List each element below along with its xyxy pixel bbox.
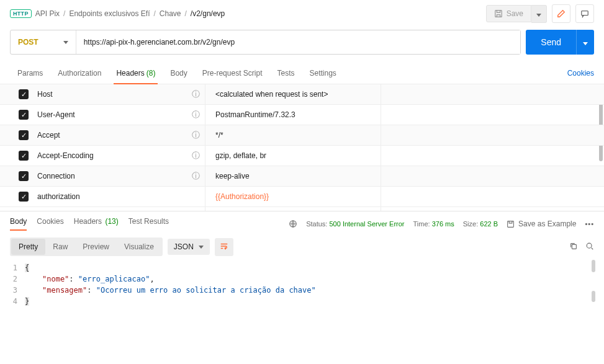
format-select[interactable]: JSON (168, 239, 210, 255)
view-preview-button[interactable]: Preview (75, 239, 117, 255)
url-bar: POST Send (0, 27, 604, 62)
tab-body[interactable]: Body (163, 62, 194, 84)
breadcrumb-separator: / (63, 9, 65, 18)
chevron-down-icon (63, 41, 68, 44)
header-description[interactable] (381, 125, 594, 145)
header-value[interactable]: */* (215, 131, 223, 140)
header-key[interactable]: Host (37, 90, 53, 99)
svg-rect-3 (508, 221, 514, 227)
url-input[interactable] (76, 30, 521, 54)
info-icon[interactable]: ⓘ (192, 150, 200, 161)
globe-icon[interactable] (289, 220, 297, 228)
response-tab-testresults[interactable]: Test Results (128, 217, 169, 231)
search-icon (585, 242, 594, 251)
breadcrumb-current: /v2/gn/evp (191, 9, 225, 18)
http-badge: HTTP (10, 9, 32, 18)
header-key[interactable]: User-Agent (37, 110, 75, 119)
body-scrollbar[interactable] (592, 260, 595, 272)
save-button[interactable]: Save (486, 5, 531, 22)
method-select[interactable]: POST (11, 30, 76, 54)
checkbox[interactable]: ✓ (19, 192, 29, 202)
view-controls: Pretty Raw Preview Visualize JSON (0, 234, 604, 260)
checkbox[interactable]: ✓ (19, 89, 29, 99)
breadcrumb-separator: / (153, 9, 155, 18)
json-line: 3 "mensagem": "Ocorreu um erro ao solici… (10, 285, 604, 296)
comment-button[interactable] (575, 4, 594, 23)
more-button[interactable]: ••• (585, 220, 594, 228)
checkbox[interactable]: ✓ (19, 171, 29, 181)
send-caret-button[interactable] (576, 30, 594, 55)
response-tab-headers-count: (13) (105, 217, 118, 226)
breadcrumb: HTTP API Pix / Endpoints exclusivos Efí … (10, 9, 225, 18)
view-raw-button[interactable]: Raw (45, 239, 75, 255)
top-bar: HTTP API Pix / Endpoints exclusivos Efí … (0, 0, 604, 27)
info-icon[interactable]: ⓘ (192, 89, 200, 100)
response-tab-cookies[interactable]: Cookies (37, 217, 63, 231)
header-value[interactable]: <calculated when request is sent> (215, 90, 328, 99)
header-value[interactable]: PostmanRuntime/7.32.3 (215, 110, 295, 119)
response-tab-headers-label: Headers (74, 217, 102, 226)
checkbox[interactable]: ✓ (19, 151, 29, 161)
header-description[interactable] (381, 166, 594, 186)
line-number: 1 (10, 262, 25, 273)
header-value[interactable]: keep-alive (215, 172, 250, 180)
line-number: 4 (10, 296, 25, 307)
tab-settings[interactable]: Settings (302, 62, 344, 84)
svg-rect-0 (495, 11, 502, 17)
comment-icon (580, 9, 589, 18)
save-caret-button[interactable] (531, 5, 547, 23)
header-key[interactable]: Accept-Encoding (37, 151, 94, 160)
body-scrollbar[interactable] (592, 291, 595, 302)
header-value[interactable]: {{Authorization}} (215, 192, 269, 201)
info-icon[interactable]: ⓘ (192, 130, 200, 141)
svg-rect-1 (582, 11, 588, 16)
header-description[interactable] (381, 146, 594, 166)
tab-headers[interactable]: Headers (8) (109, 62, 163, 84)
copy-button[interactable] (569, 242, 578, 252)
header-key[interactable]: Accept (37, 131, 60, 140)
view-pretty-button[interactable]: Pretty (11, 239, 45, 255)
info-icon[interactable]: ⓘ (192, 171, 200, 182)
pencil-icon (557, 9, 566, 18)
method-label: POST (18, 38, 38, 47)
cookies-link[interactable]: Cookies (567, 69, 594, 78)
line-number: 2 (10, 273, 25, 285)
tab-authorization[interactable]: Authorization (50, 62, 109, 84)
json-line: 2 "nome": "erro_aplicacao", (10, 273, 604, 285)
tab-params[interactable]: Params (10, 62, 50, 84)
header-description[interactable] (381, 105, 594, 125)
breadcrumb-item[interactable]: Chave (160, 9, 181, 18)
search-button[interactable] (585, 242, 594, 252)
chevron-down-icon (583, 42, 588, 45)
header-row: ✓ Connectionⓘ keep-alive (0, 166, 604, 187)
header-description[interactable] (381, 187, 594, 206)
header-description[interactable] (381, 84, 594, 104)
response-body[interactable]: 1 { 2 "nome": "erro_aplicacao", 3 "mensa… (0, 260, 604, 312)
header-row: ✓ Hostⓘ <calculated when request is sent… (0, 84, 604, 105)
header-key[interactable]: Connection (37, 172, 75, 180)
info-icon[interactable]: ⓘ (192, 109, 200, 120)
view-visualize-button[interactable]: Visualize (117, 239, 161, 255)
save-icon (494, 9, 503, 18)
response-tab-headers[interactable]: Headers (13) (74, 217, 119, 231)
size-group: Size: 622 B (463, 220, 498, 228)
tab-tests[interactable]: Tests (269, 62, 302, 84)
send-button[interactable]: Send (526, 30, 576, 55)
header-row: ✓ Accept-Encodingⓘ gzip, deflate, br (0, 146, 604, 166)
header-value[interactable]: gzip, deflate, br (215, 151, 266, 160)
response-tab-body[interactable]: Body (10, 217, 27, 231)
breadcrumb-item[interactable]: API Pix (35, 9, 60, 18)
size-value: 622 B (480, 220, 498, 228)
edit-button[interactable] (552, 4, 570, 23)
checkbox[interactable]: ✓ (19, 130, 29, 140)
tab-prerequest[interactable]: Pre-request Script (195, 62, 270, 84)
wrap-icon (220, 242, 228, 251)
breadcrumb-item[interactable]: Endpoints exclusivos Efí (69, 9, 150, 18)
tab-headers-count: (8) (146, 69, 156, 78)
format-label: JSON (174, 242, 194, 251)
header-row: ✓ Acceptⓘ */* (0, 125, 604, 146)
save-example-button[interactable]: Save as Example (507, 220, 576, 228)
wrap-button[interactable] (215, 238, 233, 256)
header-key[interactable]: authorization (37, 192, 80, 201)
checkbox[interactable]: ✓ (19, 110, 29, 120)
